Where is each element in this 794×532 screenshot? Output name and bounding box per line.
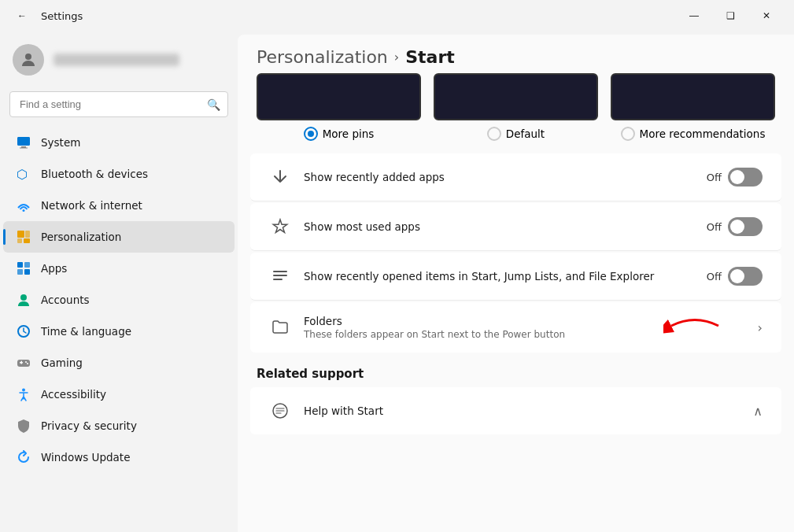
radio-default — [487, 127, 501, 141]
most-used-title: Show most used apps — [304, 220, 694, 233]
app-title: Settings — [41, 10, 83, 22]
svg-point-15 — [20, 294, 27, 301]
system-label: System — [41, 136, 80, 149]
sidebar-item-bluetooth[interactable]: ⬡ Bluetooth & devices — [3, 158, 235, 190]
layout-radio-more-pins[interactable]: More pins — [304, 127, 375, 141]
close-icon: ✕ — [763, 10, 770, 21]
sidebar-item-system[interactable]: System — [3, 127, 235, 158]
accessibility-icon — [16, 386, 31, 402]
bluetooth-label: Bluetooth & devices — [41, 168, 148, 180]
breadcrumb-parent[interactable]: Personalization — [257, 47, 388, 67]
svg-rect-4 — [20, 148, 28, 149]
recently-added-control: Off — [707, 168, 763, 187]
sidebar-item-personalization[interactable]: Personalization — [3, 221, 235, 253]
privacy-label: Privacy & security — [41, 419, 137, 432]
red-arrow-annotation — [663, 310, 726, 345]
sidebar-item-time[interactable]: Time & language — [3, 316, 235, 347]
back-button[interactable]: ← — [9, 3, 35, 28]
breadcrumb-chevron-icon: › — [394, 50, 399, 65]
recently-opened-status: Off — [707, 271, 722, 283]
help-start-chevron-icon: ∧ — [753, 404, 763, 419]
svg-rect-8 — [25, 231, 30, 238]
svg-rect-7 — [17, 231, 24, 238]
sidebar-item-accessibility[interactable]: Accessibility — [3, 379, 235, 410]
network-icon — [16, 198, 31, 213]
recently-opened-title: Show recently opened items in Start, Jum… — [304, 270, 694, 283]
setting-most-used[interactable]: Show most used apps Off — [250, 203, 781, 251]
apps-label: Apps — [41, 262, 67, 275]
layout-card-default: Default — [434, 73, 598, 141]
setting-folders[interactable]: Folders These folders appear on Start ne… — [250, 302, 781, 353]
support-row-help-start[interactable]: Help with Start ∧ — [250, 387, 781, 434]
recently-added-toggle[interactable] — [728, 168, 763, 187]
recently-added-text: Show recently added apps — [304, 171, 694, 183]
accounts-icon — [16, 292, 31, 308]
page-header: Personalization › Start — [238, 35, 794, 73]
svg-point-20 — [25, 361, 27, 363]
svg-point-0 — [25, 54, 31, 60]
recently-opened-control: Off — [707, 267, 763, 286]
accounts-label: Accounts — [41, 294, 90, 306]
layout-preview-default — [434, 73, 598, 120]
user-name — [54, 54, 179, 66]
sidebar-item-update[interactable]: Windows Update — [3, 441, 235, 473]
sidebar-item-gaming[interactable]: Gaming — [3, 347, 235, 379]
close-button[interactable]: ✕ — [748, 3, 785, 28]
minimize-button[interactable]: — — [676, 3, 712, 28]
search-icon: 🔍 — [207, 98, 220, 111]
svg-rect-19 — [21, 361, 23, 364]
maximize-button[interactable]: ❑ — [712, 3, 748, 28]
breadcrumb-current: Start — [405, 47, 455, 67]
personalization-label: Personalization — [41, 231, 121, 243]
most-used-control: Off — [707, 217, 763, 236]
svg-rect-13 — [17, 269, 23, 275]
svg-rect-11 — [17, 262, 23, 268]
layout-card-more-pins: More pins — [257, 73, 421, 141]
sidebar-item-privacy[interactable]: Privacy & security — [3, 410, 235, 441]
recently-opened-text: Show recently opened items in Start, Jum… — [304, 270, 694, 283]
folders-chevron-icon: › — [758, 320, 763, 335]
search-input[interactable] — [9, 91, 228, 117]
sidebar-item-accounts[interactable]: Accounts — [3, 284, 235, 316]
layout-card-more-recs: More recommendations — [611, 73, 775, 141]
recently-added-icon — [269, 166, 291, 188]
system-icon — [16, 135, 31, 150]
network-label: Network & internet — [41, 199, 142, 212]
user-profile — [0, 31, 238, 85]
layout-preview-more-pins — [257, 73, 421, 120]
recently-added-status: Off — [707, 172, 722, 183]
help-start-icon — [269, 400, 291, 422]
main-layout: 🔍 System ⬡ Bluetooth & de — [0, 31, 794, 532]
folders-icon — [269, 316, 291, 338]
back-icon: ← — [17, 10, 27, 21]
svg-point-21 — [27, 363, 28, 364]
accessibility-label: Accessibility — [41, 388, 106, 401]
setting-recently-opened[interactable]: Show recently opened items in Start, Jum… — [250, 253, 781, 301]
avatar — [13, 44, 44, 76]
window-controls: — ❑ ✕ — [676, 3, 785, 28]
layout-radio-default[interactable]: Default — [487, 127, 545, 141]
most-used-toggle[interactable] — [728, 217, 763, 236]
content-area: Personalization › Start More pins Defaul… — [238, 35, 794, 532]
help-start-label: Help with Start — [304, 405, 740, 417]
gaming-icon — [16, 355, 31, 371]
setting-recently-added[interactable]: Show recently added apps Off — [250, 153, 781, 201]
svg-rect-9 — [17, 238, 22, 243]
svg-rect-12 — [24, 262, 30, 268]
nav-list: System ⬡ Bluetooth & devices Network & i… — [0, 127, 238, 473]
layout-options: More pins Default More recommendations — [238, 73, 794, 153]
privacy-icon — [16, 418, 31, 434]
title-bar: ← Settings — ❑ ✕ — [0, 0, 794, 31]
most-used-text: Show most used apps — [304, 220, 694, 233]
time-label: Time & language — [41, 325, 131, 338]
sidebar-item-apps[interactable]: Apps — [3, 253, 235, 284]
recently-opened-icon — [269, 265, 291, 287]
sidebar-item-network[interactable]: Network & internet — [3, 190, 235, 221]
search-box: 🔍 — [9, 91, 228, 117]
recently-opened-toggle[interactable] — [728, 267, 763, 286]
apps-icon — [16, 260, 31, 276]
personalization-icon — [16, 229, 31, 245]
settings-list: Show recently added apps Off Show most u… — [238, 153, 794, 353]
layout-radio-more-recs[interactable]: More recommendations — [621, 127, 766, 141]
sidebar: 🔍 System ⬡ Bluetooth & de — [0, 31, 238, 532]
